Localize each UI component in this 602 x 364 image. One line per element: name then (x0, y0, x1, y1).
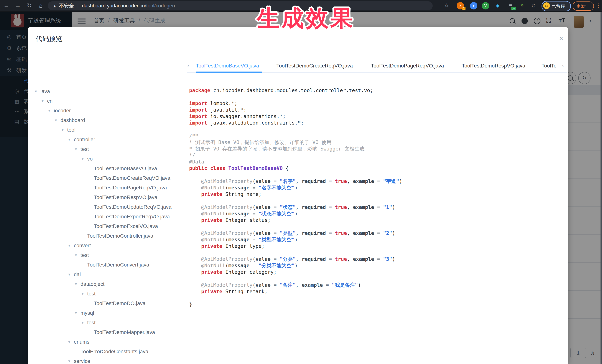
tree-node-label: dashboard (60, 117, 85, 123)
code-line: private Integer status; (189, 217, 568, 223)
warning-icon: ▲ (53, 4, 57, 8)
tree-node-dir[interactable]: ▾convert (28, 241, 188, 250)
ext-puzzle-icon[interactable]: ⬡ (530, 2, 537, 10)
tree-node-file[interactable]: ToolTestDemoUpdateReqVO.java (28, 202, 188, 212)
tree-expand-icon[interactable]: ▾ (75, 250, 77, 260)
tree-expand-icon[interactable]: ▾ (35, 87, 37, 96)
code-line (189, 223, 568, 230)
ext-diamond-icon[interactable]: ◆ (494, 2, 501, 10)
home-icon[interactable]: ⌂ (37, 0, 45, 11)
back-icon[interactable]: ← (2, 0, 11, 11)
ext-plant-icon[interactable]: ⚘ (518, 2, 526, 10)
code-line (189, 249, 568, 256)
tree-node-file[interactable]: ToolTestDemoCreateReqVO.java (28, 173, 188, 183)
tree-node-dir[interactable]: ▾dal (28, 270, 188, 279)
tree-node-label: ToolTestDemoConvert.java (87, 262, 149, 268)
tree-expand-icon[interactable]: ▾ (68, 135, 70, 144)
tree-node-file[interactable]: ToolTestDemoPageReqVO.java (28, 183, 188, 193)
tree-expand-icon[interactable]: ▾ (68, 356, 70, 364)
tree-node-dir[interactable]: ▾test (28, 289, 188, 299)
code-line: private String remark; (189, 288, 568, 295)
tree-node-file[interactable]: ToolErrorCodeConstants.java (28, 347, 188, 356)
file-tree: ▾java▾cn▾iocoder▾dashboard▾tool▾controll… (28, 87, 188, 364)
tabs-scroll-right-icon[interactable]: › (562, 61, 564, 72)
tree-expand-icon[interactable]: ▾ (68, 241, 70, 250)
tree-node-dir[interactable]: ▾dataobject (28, 279, 188, 289)
tree-node-label: ToolTestDemoMapper.java (94, 329, 155, 335)
tree-expand-icon[interactable]: ▾ (62, 125, 64, 135)
tree-node-dir[interactable]: ▾java (28, 87, 188, 96)
code-line: private String name; (189, 191, 568, 198)
code-line (189, 94, 568, 100)
code-line: */ (189, 152, 568, 158)
tree-node-dir[interactable]: ▾vo (28, 154, 188, 164)
ext-orange-icon[interactable]: ◔1 (457, 2, 464, 10)
tree-expand-icon[interactable]: ▾ (75, 279, 77, 289)
tree-node-dir[interactable]: ▾mysql (28, 308, 188, 318)
tabs-scroll-left-icon[interactable]: ‹ (187, 61, 189, 72)
ext-list-icon[interactable]: ≣on (507, 2, 514, 10)
url-host: dashboard.yudao.iocoder.cn (82, 3, 145, 9)
browser-menu-icon[interactable]: ⋮ (596, 0, 601, 11)
ext-green-icon[interactable]: V (482, 2, 489, 10)
tree-node-dir[interactable]: ▾tool (28, 125, 188, 135)
tree-node-dir[interactable]: ▾iocoder (28, 106, 188, 115)
tree-node-dir[interactable]: ▾dashboard (28, 115, 188, 125)
bookmark-star-icon[interactable]: ☆ (442, 0, 451, 11)
tree-expand-icon[interactable]: ▾ (75, 144, 77, 154)
tree-node-dir[interactable]: ▾test (28, 144, 188, 154)
tree-expand-icon[interactable]: ▾ (82, 318, 84, 327)
tree-expand-icon[interactable]: ▾ (42, 96, 43, 106)
tree-node-dir[interactable]: ▾enums (28, 337, 188, 347)
close-icon[interactable]: × (557, 34, 566, 43)
tree-node-dir[interactable]: ▾test (28, 318, 188, 327)
tree-node-dir[interactable]: ▾controller (28, 135, 188, 144)
tree-node-label: ToolTestDemoController.java (87, 233, 153, 239)
update-button[interactable]: 更新 (573, 1, 594, 11)
tree-node-label: ToolTestDemoPageReqVO.java (94, 185, 167, 190)
code-line: import io.swagger.annotations.*; (189, 113, 568, 120)
tree-expand-icon[interactable]: ▾ (68, 337, 70, 347)
tree-node-label: test (87, 291, 96, 297)
code-line: @Data (189, 158, 568, 165)
tree-node-file[interactable]: ToolTestDemoMapper.java (28, 327, 188, 337)
annotation-text: 生成效果 (257, 3, 355, 34)
tree-node-dir[interactable]: ▾cn (28, 96, 188, 106)
tree-node-file[interactable]: ToolTestDemoRespVO.java (28, 193, 188, 202)
ext-drop-icon[interactable]: ♦ (470, 2, 477, 10)
tree-node-dir[interactable]: ▾service (28, 356, 188, 364)
tab-tooltestdemobasevo-java[interactable]: ToolTestDemoBaseVO.java (196, 61, 259, 72)
tree-node-file[interactable]: ToolTestDemoConvert.java (28, 260, 188, 270)
security-label[interactable]: 不安全 (59, 3, 74, 9)
code-line: package cn.iocoder.dashboard.modules.too… (189, 87, 568, 94)
tree-expand-icon[interactable]: ▾ (75, 308, 77, 318)
scrollbar[interactable] (601, 11, 602, 364)
tree-node-file[interactable]: ToolTestDemoController.java (28, 231, 188, 241)
ext-badge: 1 (462, 7, 465, 10)
tree-expand-icon[interactable]: ▾ (68, 270, 70, 279)
reload-icon[interactable]: ↻ (25, 0, 33, 11)
tree-node-dir[interactable]: ▾test (28, 250, 188, 260)
code-line (189, 295, 568, 301)
tree-node-label: ToolTestDemoCreateReqVO.java (94, 175, 170, 181)
tree-node-label: cn (47, 98, 53, 104)
tree-expand-icon[interactable]: ▾ (82, 154, 84, 164)
tree-node-file[interactable]: ToolTestDemoExportReqVO.java (28, 212, 188, 221)
forward-icon[interactable]: → (14, 0, 22, 11)
tab-tooltestdemorespvo-java[interactable]: ToolTestDemoRespVO.java (462, 61, 525, 72)
tree-expand-icon[interactable]: ▾ (48, 106, 50, 115)
tab-tooltestdemocreatereqvo-java[interactable]: ToolTestDemoCreateReqVO.java (276, 61, 353, 72)
tree-node-label: java (40, 88, 50, 94)
tree-node-file[interactable]: ToolTestDemoBaseVO.java (28, 164, 188, 173)
tree-node-file[interactable]: ToolTestDemoExcelVO.java (28, 221, 188, 231)
tree-node-label: test (87, 320, 96, 325)
tab-toolte[interactable]: ToolTe (542, 61, 557, 72)
tab-tooltestdemopagereqvo-java[interactable]: ToolTestDemoPageReqVO.java (371, 61, 444, 72)
tree-expand-icon[interactable]: ▾ (55, 115, 57, 125)
profile-emoji-icon: ☺ (543, 2, 550, 9)
code-line (189, 126, 568, 133)
profile-chip[interactable]: ☺已暂停 (542, 1, 571, 11)
address-bar[interactable]: ▲不安全|dashboard.yudao.iocoder.cn/tool/cod… (48, 1, 433, 10)
tree-expand-icon[interactable]: ▾ (82, 289, 84, 299)
tree-node-file[interactable]: ToolTestDemoDO.java (28, 299, 188, 308)
